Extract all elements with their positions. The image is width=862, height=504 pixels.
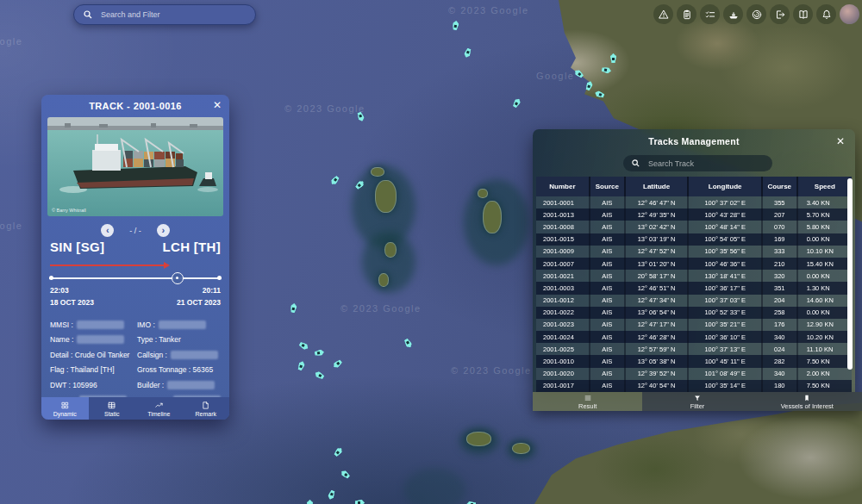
vessel-marker[interactable] <box>298 341 309 352</box>
tab-label: Dynamic <box>53 411 77 417</box>
speed: 15.40 KN <box>798 258 852 270</box>
tab-remark[interactable]: Remark <box>183 397 230 420</box>
longitude: 100° 36' 10" E <box>689 331 762 343</box>
route-progress <box>50 264 170 266</box>
course: 176 <box>763 319 798 331</box>
speed: 10.20 KN <box>798 331 852 343</box>
route-dates: 18 OCT 2023 21 OCT 2023 <box>50 298 221 307</box>
funnel-icon <box>693 394 702 402</box>
course: 180 <box>763 380 798 392</box>
map-attribution: © 2023 Google <box>448 5 529 16</box>
table-row[interactable]: 2001-0022AIS13° 06' 54" N100° 52' 33" E2… <box>536 307 852 319</box>
alert-triangle-button[interactable] <box>653 4 673 24</box>
table-row[interactable]: 2001-0023AIS12° 47' 17" N100° 35' 21" E1… <box>536 319 852 331</box>
tab-dynamic[interactable]: Dynamic <box>41 397 89 420</box>
island <box>376 181 396 212</box>
vessel-marker[interactable] <box>329 175 340 186</box>
radar-button[interactable] <box>746 4 766 24</box>
vessel-marker[interactable] <box>452 20 459 30</box>
tab-result[interactable]: Result <box>533 392 642 411</box>
longitude: 100° 48' 14" E <box>689 221 762 233</box>
column-header-latitude[interactable]: Latitude <box>626 177 690 196</box>
column-header-speed[interactable]: Speed <box>798 177 852 196</box>
field-dwt: DWT : 105996 <box>50 377 137 393</box>
field-name: Name : <box>50 333 137 348</box>
island <box>379 274 388 286</box>
table-row[interactable]: 2001-0021AIS20° 58' 17" N130° 18' 41" E3… <box>536 270 852 282</box>
course: 207 <box>763 208 798 221</box>
tab-timeline[interactable]: Timeline <box>135 397 183 420</box>
table-row[interactable]: 2001-0025AIS12° 57' 59" N100° 37' 13" E0… <box>536 343 852 355</box>
close-icon[interactable]: ✕ <box>213 99 222 111</box>
vessel-marker[interactable] <box>355 500 365 504</box>
table-scrollbar[interactable] <box>847 178 853 370</box>
vessel-marker[interactable] <box>332 358 343 369</box>
table-row[interactable]: 2001-0013AIS12° 49' 35" N100° 43' 28" E2… <box>536 208 852 221</box>
tab-static[interactable]: Static <box>89 397 136 420</box>
exit-button[interactable] <box>770 4 790 24</box>
close-icon[interactable]: ✕ <box>836 135 845 147</box>
bell-button[interactable] <box>816 4 836 24</box>
table-row[interactable]: 2001-0017AIS12° 40' 54" N100° 35' 14" E1… <box>536 380 852 392</box>
table-row[interactable]: 2001-0001AIS12° 46' 47" N100° 37' 02" E3… <box>536 196 852 208</box>
column-header-number[interactable]: Number <box>536 177 590 196</box>
course: 169 <box>763 233 798 246</box>
start-time: 22:03 <box>50 286 69 295</box>
carousel-next-button[interactable]: › <box>157 224 170 237</box>
track-number: 2001-0001 <box>536 196 590 208</box>
search-input[interactable] <box>99 9 247 20</box>
latitude: 13° 01' 20" N <box>626 258 690 270</box>
latitude: 12° 47' 17" N <box>626 319 690 331</box>
vessel-marker[interactable] <box>327 489 335 501</box>
track-number: 2001-0015 <box>536 233 590 246</box>
table-row[interactable]: 2001-0012AIS12° 47' 34" N100° 37' 03" E2… <box>536 295 852 307</box>
field-type-tanker: Type : Tanker <box>137 333 224 348</box>
book-button[interactable] <box>793 4 813 24</box>
vessel-marker[interactable] <box>297 360 305 371</box>
table-row[interactable]: 2001-0003AIS12° 46' 51" N100° 36' 17" E3… <box>536 282 852 294</box>
vessel-marker[interactable] <box>463 47 472 59</box>
table-row[interactable]: 2001-0008AIS13° 02' 42" N100° 48' 14" E0… <box>536 221 852 233</box>
timeline-slider[interactable] <box>49 272 222 284</box>
track-search-bar[interactable] <box>623 155 772 171</box>
field-mmsi: MMSI : <box>50 317 137 333</box>
table-row[interactable]: 2001-0007AIS13° 01' 20" N100° 46' 36" E2… <box>536 258 852 270</box>
radar-icon <box>751 9 763 21</box>
track-number: 2001-0008 <box>536 221 590 233</box>
latitude: 12° 49' 35" N <box>626 208 690 221</box>
search-bar[interactable] <box>73 4 256 25</box>
clipboard-button[interactable] <box>677 4 696 24</box>
table-row[interactable]: 2001-0010AIS13° 05' 38" N100° 45' 11" E2… <box>536 355 852 367</box>
ship-button[interactable] <box>723 4 743 24</box>
column-header-course[interactable]: Course <box>763 177 798 196</box>
slider-handle[interactable] <box>172 272 184 284</box>
vessel-marker[interactable] <box>512 97 522 109</box>
track-number: 2001-0003 <box>536 282 590 294</box>
table-row[interactable]: 2001-0024AIS12° 46' 28" N100° 36' 10" E3… <box>536 331 852 343</box>
table-row[interactable]: 2001-0015AIS13° 03' 19" N100° 54' 05" E1… <box>536 233 852 246</box>
vessel-marker[interactable] <box>307 500 313 504</box>
vessel-marker[interactable] <box>340 469 351 479</box>
table-row[interactable]: 2001-0020AIS12° 39' 52" N101° 08' 49" E3… <box>536 368 852 380</box>
vessel-marker[interactable] <box>403 338 414 349</box>
search-icon <box>631 159 640 168</box>
track-search-input[interactable] <box>646 159 765 169</box>
vessel-marker[interactable] <box>314 370 325 381</box>
table-row[interactable]: 2001-0009AIS12° 47' 52" N100° 35' 56" E3… <box>536 246 852 258</box>
course: 320 <box>763 270 798 282</box>
vessel-marker[interactable] <box>333 446 343 457</box>
column-header-source[interactable]: Source <box>590 177 626 196</box>
vessel-marker[interactable] <box>290 302 297 313</box>
course: 258 <box>763 307 798 319</box>
checklist-button[interactable] <box>700 4 720 24</box>
carousel-prev-button[interactable]: ‹ <box>101 224 114 237</box>
latitude: 12° 47' 34" N <box>626 295 690 307</box>
vessel-marker[interactable] <box>314 349 324 357</box>
tab-vessels-of-interest[interactable]: Vessels of Interest <box>753 392 862 411</box>
column-header-longitude[interactable]: Longitude <box>689 177 762 196</box>
source: AIS <box>590 295 626 307</box>
source: AIS <box>590 368 626 380</box>
tab-filter[interactable]: Filter <box>642 392 752 411</box>
avatar[interactable] <box>840 4 859 24</box>
track-number: 2001-0020 <box>536 368 590 380</box>
